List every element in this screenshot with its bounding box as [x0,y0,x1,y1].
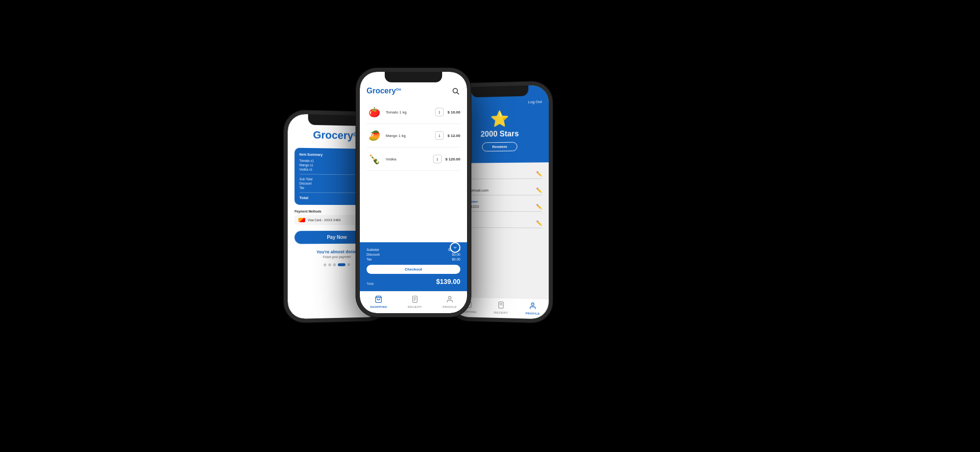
subtotal-row: Subtotal $142.00 [367,248,460,251]
profile-nav-icon [446,295,454,305]
vodka-price: $ 120.00 [445,157,460,161]
redeem-button[interactable]: Reedem [482,142,517,152]
tomato-qty[interactable]: 1 [435,108,444,116]
profile-nav-label: PROFILE [443,305,457,308]
vodka-name: Vodka [386,157,433,161]
tomato-price: $ 10.00 [447,110,460,114]
mango-qty[interactable]: 1 [435,131,444,140]
card-number: Visa Card - XXXX X464 [308,218,341,222]
left-logo: GroceryGo [313,129,360,142]
middle-logo-sup: Go [396,87,401,91]
shopping-nav-icon [375,295,382,305]
shopping-nav-label: SHOPPING [370,305,388,308]
cart-item-tomato: 🍅 Tomato 1 kg 1 $ 10.00 [367,101,460,124]
logout-button[interactable]: Log Out [528,100,542,104]
tax-row: Tax $0.00 [367,258,460,261]
middle-logo-text: Grocery [367,87,396,95]
dot-1 [323,263,326,266]
dot-4-active[interactable] [338,263,345,266]
right-profile-label: PROFILE [525,312,540,315]
total-row: Total $139.00 [367,278,460,285]
search-icon[interactable] [451,86,460,96]
mango-name: Mango 1 kg [386,134,435,138]
dot-2 [328,263,331,266]
address-edit-icon[interactable]: ✏️ [536,188,542,193]
svg-point-7 [448,296,451,299]
right-receipt-label: RECEIPT [494,311,508,315]
card-icon [299,218,305,222]
svg-line-1 [457,92,459,94]
checkout-button[interactable]: Checkout [367,265,460,274]
right-receipt-icon [497,301,505,310]
nav-shopping[interactable]: SHOPPING [370,295,388,308]
vodka-qty[interactable]: 1 [433,155,442,163]
mango-icon: 🥭 [367,128,382,143]
logo-text: Grocery [313,129,353,142]
receipt-nav-icon [411,295,419,305]
expand-icon[interactable] [450,242,460,253]
cart-footer-wrapper: Subtotal $142.00 Discount $3.00 Tax $0.0… [360,242,467,291]
payment-label: Payment Methods [294,210,321,213]
right-profile-icon [529,302,536,311]
nav-profile[interactable]: PROFILE [443,295,457,308]
cart-item-vodka: 🍾 Vodka 1 $ 120.00 [367,147,460,171]
tomato-name: Tomato 1 kg [386,110,435,114]
bottom-nav-middle: SHOPPING RECEIPT [360,291,467,313]
right-nav-profile[interactable]: PROFILE [525,302,540,315]
almost-done-section: You're almost done! Finish your payment [316,249,357,259]
finish-text: Finish your payment [316,255,357,259]
right-nav-receipt[interactable]: RECEIPT [494,301,508,315]
nav-receipt[interactable]: RECEIPT [408,295,422,308]
dot-5 [347,263,350,266]
middle-header: GroceryGo [360,72,467,101]
pagination-dots [323,263,350,267]
phone-edit-icon[interactable]: ✏️ [536,204,542,209]
vodka-icon: 🍾 [367,151,382,167]
star-icon: ⭐ [490,110,509,128]
tomato-icon: 🍅 [367,104,382,120]
svg-point-12 [532,303,534,305]
discount-row: Discount $3.00 [367,253,460,256]
dot-3 [333,263,336,266]
almost-done-title: You're almost done! [316,249,357,255]
svg-rect-9 [499,302,503,308]
middle-phone: GroceryGo 🍅 Tomato 1 kg 1 $ 10.00 [356,68,471,317]
cart-item-mango: 🥭 Mango 1 kg 1 $ 12.00 [367,124,460,147]
middle-logo: GroceryGo [367,87,401,95]
receipt-nav-label: RECEIPT [408,305,422,308]
shopping-screen: GroceryGo 🍅 Tomato 1 kg 1 $ 10.00 [360,72,467,313]
password-edit-icon[interactable]: ✏️ [536,220,542,226]
stars-count: 2000 Stars [480,129,519,138]
mango-price: $ 12.00 [447,134,460,138]
cart-items-list: 🍅 Tomato 1 kg 1 $ 10.00 🥭 Mango 1 kg 1 $… [360,101,467,242]
name-edit-icon[interactable]: ✏️ [536,171,542,176]
